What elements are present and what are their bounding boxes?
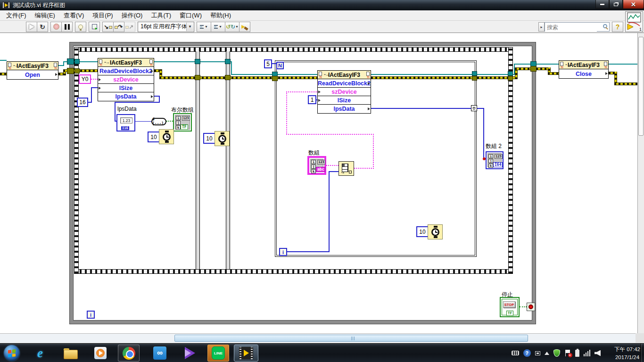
menu-tools[interactable]: 工具(T) — [147, 10, 175, 21]
param-szdevice[interactable]: szDevice — [318, 88, 371, 96]
numeric-constant-1[interactable]: 1 — [308, 95, 316, 104]
boolean-array-indicator[interactable]: ijk 123 TF — [173, 113, 192, 132]
param-szdevice[interactable]: szDevice — [98, 75, 154, 84]
for-loop[interactable] — [275, 60, 477, 257]
step-over-button[interactable]: ↷ — [113, 22, 124, 32]
wait-ms-constant-2[interactable]: 10 — [203, 133, 215, 144]
method-readdeviceblock2[interactable]: ReadDeviceBlock2 — [318, 79, 371, 88]
distribute-objects-icon — [214, 25, 218, 29]
wait-ms-node-3[interactable] — [428, 224, 443, 239]
method-readdeviceblock2[interactable]: ReadDeviceBlock2 — [98, 67, 154, 75]
cleanup-diagram-button[interactable] — [239, 22, 250, 32]
action-center-flag-icon[interactable]: ✕ — [564, 350, 571, 356]
invoke-node-close[interactable]: ∙∙→IActEasyIF3 Close — [559, 60, 609, 79]
string-constant-y0[interactable]: Y0 — [79, 74, 91, 84]
string-array-control[interactable]: ijk 123 abc — [307, 156, 326, 175]
distribute-objects-button[interactable]: ▼ — [211, 22, 225, 32]
network-signal-icon[interactable] — [584, 350, 591, 356]
vertical-scrollbar[interactable] — [637, 33, 644, 333]
window-switch-icon[interactable] — [535, 351, 540, 355]
invoke-arrow-icon: ∙∙→ — [565, 62, 570, 67]
taskbar-explorer-button[interactable] — [59, 345, 81, 362]
menu-help[interactable]: 帮助(H) — [206, 10, 235, 21]
for-iteration-terminal[interactable]: i — [279, 248, 287, 256]
loop-condition-terminal[interactable] — [527, 303, 535, 311]
search-input[interactable] — [545, 23, 597, 32]
taskbar-kmplayer-button[interactable] — [179, 345, 201, 362]
search-icon[interactable] — [603, 24, 607, 28]
menu-project[interactable]: 项目(P) — [88, 10, 117, 21]
method-open[interactable]: Open — [7, 70, 58, 79]
align-objects-button[interactable]: ▼ — [197, 22, 211, 32]
method-close[interactable]: Close — [559, 69, 608, 78]
sequence-frame-divider-2[interactable] — [226, 51, 230, 269]
maximize-button[interactable] — [609, 0, 623, 9]
highlight-execution-button[interactable] — [75, 22, 86, 32]
start-button[interactable] — [4, 345, 20, 361]
wait-ms-node-1[interactable] — [159, 129, 174, 144]
taskbar-baidu-button[interactable]: ∞ — [149, 345, 171, 362]
menu-window[interactable]: 窗口(W) — [175, 10, 206, 21]
block-diagram[interactable]: ∙∙→IActEasyIF3 Open ∙∙→IActEasyIF3 ReadD… — [0, 33, 644, 333]
param-lpsdata[interactable]: lpsData — [98, 92, 154, 101]
while-iteration-terminal[interactable]: i — [87, 311, 95, 319]
help-tray-icon[interactable]: ? — [523, 349, 531, 357]
close-icon: ✕ — [631, 1, 636, 8]
keyboard-icon[interactable] — [512, 351, 519, 355]
close-button[interactable]: ✕ — [623, 0, 644, 9]
numeric-constant-16[interactable]: 16 — [77, 98, 88, 107]
minimize-button[interactable] — [595, 0, 609, 9]
taskbar-chrome-button[interactable] — [118, 345, 140, 362]
invoke-node-read1[interactable]: ∙∙→IActEasyIF3 ReadDeviceBlock2 szDevice… — [98, 58, 154, 101]
taskbar-labview-button[interactable] — [234, 345, 258, 362]
wire-string — [326, 165, 339, 166]
menu-view[interactable]: 查看(V) — [59, 10, 88, 21]
index-array-node[interactable]: ▪.t — [339, 161, 354, 176]
param-lpsdata[interactable]: lpsData — [318, 105, 371, 113]
for-count-terminal[interactable]: N — [276, 62, 284, 69]
menu-edit[interactable]: 编辑(E) — [31, 10, 59, 21]
wait-ms-constant-1[interactable]: 10 — [148, 132, 160, 142]
retain-wire-values-button[interactable] — [89, 22, 100, 32]
security-shield-icon[interactable] — [553, 349, 560, 357]
step-out-button[interactable]: ↗ — [124, 22, 135, 32]
horizontal-scrollbar-thumb[interactable] — [174, 335, 528, 342]
num-array-indicator[interactable]: ijk 123 I64 — [486, 151, 504, 169]
lpsdata-indicator[interactable]: 1.23 I16 — [116, 114, 135, 132]
battery-icon[interactable] — [575, 350, 579, 357]
menu-operate[interactable]: 操作(O) — [117, 10, 147, 21]
hidden-icons-arrow[interactable] — [545, 352, 549, 355]
taskbar-ie-button[interactable]: e — [29, 345, 51, 362]
invoke-node-open[interactable]: ∙∙→IActEasyIF3 Open — [7, 61, 58, 80]
stop-button-terminal[interactable]: STOP TF — [500, 297, 520, 317]
run-button[interactable] — [26, 22, 37, 32]
pause-button[interactable] — [61, 22, 73, 32]
invoke-node-read2[interactable]: ∙∙→IActEasyIF3 ReadDeviceBlock2 szDevice… — [317, 70, 371, 114]
vertical-scrollbar-thumb[interactable] — [638, 37, 644, 136]
wire-error — [548, 72, 559, 75]
volume-icon[interactable] — [594, 350, 601, 356]
wait-ms-node-2[interactable] — [215, 131, 230, 146]
param-lsize[interactable]: lSize — [98, 84, 154, 92]
taskbar-wmp-button[interactable] — [90, 345, 111, 362]
param-lsize[interactable]: lSize — [318, 96, 371, 105]
run-continuous-button[interactable]: ↻ — [37, 22, 48, 32]
help-button[interactable]: ? — [612, 22, 623, 32]
step-into-button[interactable]: ↘ — [102, 22, 114, 32]
wire-numeric — [115, 102, 160, 103]
taskbar-clock[interactable]: 下午 07:42 2017/1/24 — [614, 346, 640, 361]
show-desktop-button[interactable] — [641, 344, 644, 362]
search-expand-button[interactable]: ▸ — [538, 22, 545, 32]
vi-icon[interactable]: 1 — [625, 11, 643, 32]
number-to-boolean-array-node[interactable]: #[···] — [151, 118, 166, 125]
reorder-button[interactable]: ↺↻▼ — [225, 22, 239, 32]
sequence-frame-divider-1[interactable] — [196, 51, 200, 269]
taskbar-line-button[interactable]: LINE — [207, 345, 229, 362]
font-selector[interactable]: 16pt 应用程序字体 ▼ — [138, 22, 194, 32]
abort-button[interactable] — [50, 22, 62, 32]
horizontal-scrollbar[interactable] — [0, 333, 644, 343]
numeric-constant-5[interactable]: 5 — [264, 59, 272, 68]
invoke-class-label: IActEasyIF3 — [328, 72, 360, 78]
menu-file[interactable]: 文件(F) — [2, 10, 31, 21]
wait-ms-constant-3[interactable]: 10 — [416, 226, 429, 237]
